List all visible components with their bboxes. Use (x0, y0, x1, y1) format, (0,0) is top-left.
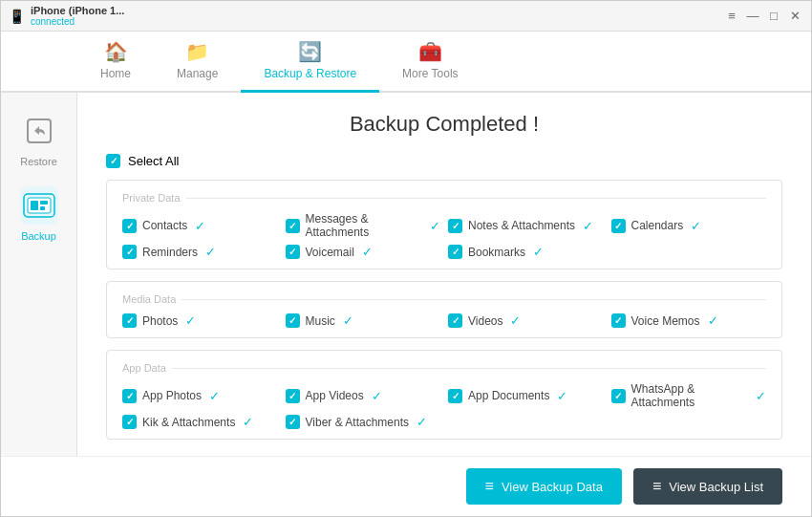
check-calendars: Calendars ✓ (611, 212, 767, 239)
checkbox-app-videos[interactable] (286, 389, 300, 403)
section-divider-media (122, 299, 766, 300)
verified-app-photos: ✓ (209, 389, 220, 403)
verified-app-videos: ✓ (372, 389, 382, 403)
check-viber: Viber & Attachments ✓ (286, 415, 441, 429)
checkbox-kik[interactable] (122, 415, 137, 429)
checkbox-messages[interactable] (286, 219, 300, 233)
label-bookmarks: Bookmarks (468, 246, 525, 259)
check-app-videos: App Videos ✓ (286, 382, 441, 409)
view-backup-list-icon: ≡ (652, 478, 661, 495)
checkbox-app-documents[interactable] (448, 389, 462, 403)
verified-messages: ✓ (430, 219, 440, 233)
checkbox-whatsapp[interactable] (611, 389, 626, 403)
page-title: Backup Completed ! (106, 112, 782, 137)
select-all-row: Select All (106, 154, 782, 168)
check-app-documents: App Documents ✓ (448, 382, 604, 409)
section-media: Media Data Photos ✓ Music ✓ (106, 281, 782, 338)
sidebar: Restore Backup (1, 93, 77, 456)
nav-item-home[interactable]: 🏠 Home (77, 32, 154, 93)
verified-voice-memos: ✓ (708, 313, 718, 328)
check-photos: Photos ✓ (122, 313, 278, 328)
check-contacts: Contacts ✓ (122, 212, 278, 239)
checkbox-voice-memos[interactable] (611, 313, 626, 328)
view-backup-list-label: View Backup List (669, 480, 763, 494)
label-kik: Kik & Attachments (142, 416, 235, 429)
content-area: Backup Completed ! Select All Private Da… (77, 93, 811, 456)
home-icon: 🏠 (104, 40, 128, 63)
checkbox-photos[interactable] (122, 313, 137, 328)
label-contacts: Contacts (142, 219, 187, 232)
checkbox-bookmarks[interactable] (448, 245, 462, 259)
checkbox-viber[interactable] (286, 415, 300, 429)
verified-photos: ✓ (185, 313, 196, 328)
label-photos: Photos (142, 314, 178, 328)
nav-label-more-tools: More Tools (402, 67, 458, 80)
verified-voicemail: ✓ (362, 245, 373, 259)
checkbox-voicemail[interactable] (286, 245, 300, 259)
checkbox-calendars[interactable] (611, 219, 626, 233)
verified-music: ✓ (343, 313, 353, 328)
check-bookmarks: Bookmarks ✓ (448, 245, 604, 259)
label-messages: Messages & Attachments (306, 212, 423, 239)
menu-button[interactable]: ≡ (723, 8, 740, 25)
maximize-button[interactable]: □ (765, 8, 782, 25)
checkbox-app-photos[interactable] (122, 389, 137, 403)
checkbox-reminders[interactable] (122, 245, 137, 259)
device-name: iPhone (iPhone 1... (31, 5, 124, 16)
label-reminders: Reminders (142, 246, 198, 259)
verified-viber: ✓ (417, 415, 427, 429)
titlebar-left: 📱 iPhone (iPhone 1... connected (9, 5, 124, 27)
nav-item-backup-restore[interactable]: 🔄 Backup & Restore (241, 32, 379, 93)
view-backup-data-icon: ≡ (485, 478, 494, 495)
nav-item-manage[interactable]: 📁 Manage (154, 32, 241, 93)
label-videos: Videos (468, 314, 502, 328)
view-backup-list-button[interactable]: ≡ View Backup List (633, 468, 782, 505)
checkbox-videos[interactable] (448, 313, 462, 328)
section-label-app: App Data (122, 362, 172, 374)
media-grid: Photos ✓ Music ✓ Videos ✓ (122, 313, 766, 328)
verified-app-documents: ✓ (557, 389, 567, 403)
check-music: Music ✓ (286, 313, 441, 328)
private-grid: Contacts ✓ Messages & Attachments ✓ Note… (122, 212, 766, 259)
check-reminders: Reminders ✓ (122, 245, 278, 259)
check-app-photos: App Photos ✓ (122, 382, 278, 409)
check-notes: Notes & Attachments ✓ (448, 212, 604, 239)
verified-reminders: ✓ (205, 245, 216, 259)
close-button[interactable]: ✕ (786, 8, 803, 25)
select-all-checkbox[interactable] (106, 154, 120, 168)
bottom-bar: ≡ View Backup Data ≡ View Backup List (1, 456, 811, 516)
svg-rect-4 (40, 201, 48, 205)
empty-cell-private (611, 245, 767, 259)
minimize-button[interactable]: — (744, 8, 761, 25)
app-grid: App Photos ✓ App Videos ✓ App Documents … (122, 382, 766, 429)
check-kik: Kik & Attachments ✓ (122, 415, 278, 429)
phone-icon: 📱 (9, 9, 25, 24)
titlebar: 📱 iPhone (iPhone 1... connected ≡ — □ ✕ (1, 1, 811, 32)
titlebar-controls: ≡ — □ ✕ (723, 8, 803, 25)
label-viber: Viber & Attachments (306, 416, 410, 429)
sidebar-item-backup[interactable]: Backup (5, 177, 74, 248)
section-divider-app (122, 368, 766, 369)
check-voicemail: Voicemail ✓ (286, 245, 441, 259)
checkbox-music[interactable] (286, 313, 300, 328)
checkbox-notes[interactable] (448, 219, 462, 233)
more-tools-icon: 🧰 (418, 40, 442, 63)
device-status: connected (31, 16, 124, 27)
restore-icon (20, 112, 58, 150)
nav-item-more-tools[interactable]: 🧰 More Tools (379, 32, 481, 93)
sidebar-label-restore: Restore (20, 156, 57, 167)
label-voice-memos: Voice Memos (631, 314, 700, 328)
verified-calendars: ✓ (691, 219, 701, 233)
check-voice-memos: Voice Memos ✓ (611, 313, 767, 328)
device-info: iPhone (iPhone 1... connected (31, 5, 124, 27)
verified-bookmarks: ✓ (533, 245, 544, 259)
checkbox-contacts[interactable] (122, 219, 137, 233)
sidebar-item-restore[interactable]: Restore (5, 102, 74, 173)
verified-whatsapp: ✓ (756, 389, 766, 403)
manage-icon: 📁 (185, 40, 209, 63)
nav-label-home: Home (100, 67, 131, 80)
nav-label-backup-restore: Backup & Restore (264, 67, 356, 80)
main-layout: Restore Backup Backup Completed ! (1, 93, 811, 456)
view-backup-data-button[interactable]: ≡ View Backup Data (466, 468, 622, 505)
section-label-private: Private Data (122, 192, 186, 204)
